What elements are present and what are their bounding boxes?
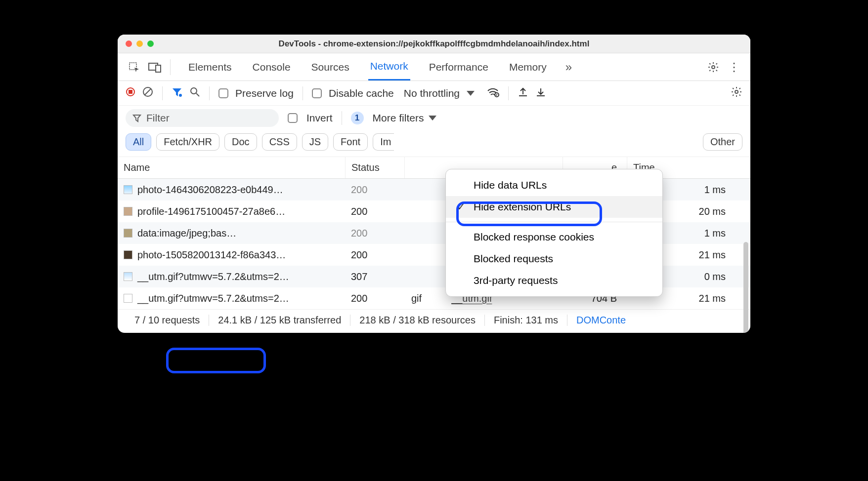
filter-css[interactable]: CSS (262, 133, 297, 151)
filter-toggle-icon[interactable] (172, 86, 182, 100)
svg-line-7 (145, 89, 151, 95)
svg-rect-5 (129, 90, 132, 94)
throttling-value: No throttling (404, 87, 460, 99)
status-resources: 218 kB / 318 kB resources (350, 315, 484, 326)
svg-point-9 (191, 88, 197, 94)
network-toolbar: Preserve log Disable cache No throttling (118, 81, 750, 106)
tab-network[interactable]: Network (368, 53, 410, 80)
filter-input[interactable]: Filter (126, 109, 279, 127)
throttling-select[interactable]: No throttling (404, 87, 475, 99)
clear-button[interactable] (142, 86, 153, 100)
zoom-window-button[interactable] (147, 40, 154, 47)
svg-line-10 (196, 93, 199, 96)
main-tabs-bar: Elements Console Sources Network Perform… (118, 53, 750, 81)
status-transfer: 24.1 kB / 125 kB transferred (209, 315, 350, 326)
svg-rect-2 (156, 65, 161, 72)
svg-point-8 (179, 94, 182, 97)
col-status[interactable]: Status (345, 157, 404, 178)
svg-point-12 (735, 90, 738, 93)
filter-all[interactable]: All (126, 133, 151, 151)
network-settings-icon[interactable] (731, 86, 742, 100)
more-icon[interactable]: ⋮ (726, 59, 742, 76)
more-filters-label: More filters (373, 112, 424, 124)
tab-performance[interactable]: Performance (427, 54, 490, 80)
chevron-down-icon (429, 116, 436, 120)
filter-js[interactable]: JS (302, 133, 328, 151)
search-icon[interactable] (189, 86, 200, 100)
disable-cache-label: Disable cache (329, 87, 394, 99)
more-filters-badge: 1 (351, 112, 364, 124)
more-filters-button[interactable]: More filters (373, 112, 437, 124)
device-toolbar-icon[interactable] (146, 59, 163, 76)
invert-checkbox[interactable] (288, 113, 298, 123)
tab-sources[interactable]: Sources (309, 54, 351, 80)
filter-bar: Filter Invert 1 More filters (118, 106, 750, 130)
panel-tabs: Elements Console Sources Network Perform… (186, 53, 701, 80)
minimize-window-button[interactable] (136, 40, 143, 47)
status-requests: 7 / 10 requests (126, 315, 209, 326)
record-button[interactable] (126, 87, 135, 99)
file-icon (124, 229, 132, 238)
chevron-down-icon (467, 91, 475, 96)
resource-type-filters: All Fetch/XHR Doc CSS JS Font Im Other (118, 130, 750, 157)
settings-icon[interactable] (705, 59, 722, 76)
file-icon (124, 250, 132, 259)
invert-label: Invert (306, 112, 333, 124)
tab-memory[interactable]: Memory (507, 54, 549, 80)
menu-blocked-response-cookies[interactable]: Blocked response cookies (446, 226, 662, 248)
devtools-window: DevTools - chrome-extension://pejkokffka… (118, 35, 750, 333)
status-finish: Finish: 131 ms (484, 315, 567, 326)
disable-cache-checkbox[interactable] (312, 88, 322, 98)
col-name[interactable]: Name (118, 157, 345, 178)
download-har-icon[interactable] (535, 86, 546, 100)
filter-img[interactable]: Im (373, 133, 394, 151)
preserve-log-checkbox[interactable] (218, 88, 228, 98)
upload-har-icon[interactable] (518, 86, 528, 100)
tabs-overflow-icon[interactable]: » (565, 60, 572, 74)
file-icon (124, 294, 132, 303)
menu-3rd-party-requests[interactable]: 3rd-party requests (446, 270, 662, 291)
menu-hide-data-urls[interactable]: Hide data URLs (446, 174, 662, 196)
file-icon (124, 185, 132, 194)
scrollbar[interactable] (743, 242, 748, 333)
annotation-highlight (166, 348, 266, 373)
select-element-icon[interactable] (126, 59, 142, 76)
titlebar: DevTools - chrome-extension://pejkokffka… (118, 35, 750, 53)
window-controls (126, 40, 154, 47)
filter-placeholder: Filter (146, 112, 170, 124)
filter-doc[interactable]: Doc (224, 133, 257, 151)
close-window-button[interactable] (126, 40, 132, 47)
status-bar: 7 / 10 requests 24.1 kB / 125 kB transfe… (118, 309, 750, 333)
network-conditions-icon[interactable] (486, 86, 499, 100)
preserve-log-label: Preserve log (235, 87, 294, 99)
file-icon (124, 207, 132, 216)
filter-font[interactable]: Font (333, 133, 368, 151)
status-domcontent: DOMConte (567, 315, 635, 326)
filter-other[interactable]: Other (703, 133, 742, 151)
menu-blocked-requests[interactable]: Blocked requests (446, 248, 662, 270)
more-filters-menu: Hide data URLs ✓ Hide extension URLs Blo… (445, 169, 663, 297)
file-icon (124, 272, 132, 281)
check-icon: ✓ (456, 201, 467, 213)
menu-hide-extension-urls[interactable]: ✓ Hide extension URLs (446, 196, 662, 218)
tab-elements[interactable]: Elements (186, 54, 234, 80)
tab-console[interactable]: Console (251, 54, 293, 80)
filter-fetch-xhr[interactable]: Fetch/XHR (156, 133, 219, 151)
window-title: DevTools - chrome-extension://pejkokffka… (118, 39, 750, 49)
menu-divider (446, 222, 662, 222)
svg-point-3 (712, 66, 715, 69)
